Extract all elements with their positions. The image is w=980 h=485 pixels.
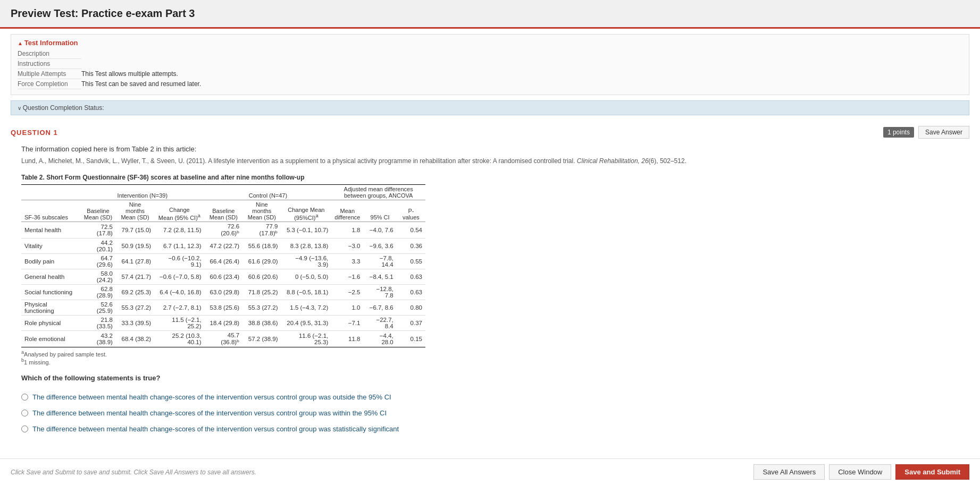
cell-6-7: −7.1 [331, 316, 363, 331]
th-mean-diff: Meandifference [331, 200, 363, 222]
table-caption: Table 2. Short Form Questionnaire (SF-36… [21, 174, 959, 181]
th-intervention: Intervention (N=39) [80, 185, 205, 200]
cell-3-8: −8.4, 5.1 [363, 269, 396, 285]
cell-0-8: −4.0, 7.6 [363, 222, 396, 239]
table-row: Social functioning62.8 (28.9)69.2 (25.3)… [21, 285, 425, 300]
cell-2-9: 0.55 [397, 254, 425, 269]
cell-7-4: 45.7 (36.8)ᵇ [205, 331, 243, 347]
main-content: Test Information Description Instruction… [0, 29, 980, 485]
cell-0-5: 77.9 (17.8)ᵇ [242, 222, 281, 239]
test-info-toggle[interactable]: Test Information [18, 39, 962, 47]
option-3-label: The difference between mental health cha… [32, 424, 399, 434]
option-3-radio[interactable] [21, 426, 28, 432]
cell-1-1: 44.2 (20.1) [80, 239, 116, 254]
cell-4-3: 6.4 (−4.0, 16.8) [154, 285, 204, 300]
cell-7-2: 68.4 (38.2) [116, 331, 154, 347]
cell-4-9: 0.63 [397, 285, 425, 300]
cell-4-4: 63.0 (29.8) [205, 285, 243, 300]
cell-0-6: 5.3 (−0.1, 10.7) [281, 222, 331, 239]
table-note-2: b1 missing. [21, 358, 959, 365]
force-completion-row: Force Completion This Test can be saved … [18, 80, 962, 89]
data-table-wrapper: Table 2. Short Form Questionnaire (SF-36… [21, 174, 959, 365]
table-row: General health58.0 (24.2)57.4 (21.7)−0.6… [21, 269, 425, 285]
cell-2-0: Bodily pain [21, 254, 80, 269]
cell-5-5: 55.3 (27.2) [242, 300, 281, 316]
save-all-answers-button[interactable]: Save All Answers [753, 464, 825, 480]
th-c-baseline: BaselineMean (SD) [205, 200, 243, 222]
option-2-radio[interactable] [21, 410, 28, 416]
cell-3-7: −1.6 [331, 269, 363, 285]
cell-0-3: 7.2 (2.8, 11.5) [154, 222, 204, 239]
cell-2-1: 64.7 (29.6) [80, 254, 116, 269]
cell-1-6: 8.3 (2.8, 13.8) [281, 239, 331, 254]
cell-6-8: −22.7, 8.4 [363, 316, 396, 331]
test-info-panel: Test Information Description Instruction… [11, 34, 969, 95]
table-notes: aAnalysed by paired sample test. b1 miss… [21, 350, 959, 365]
force-completion-value: This Test can be saved and resumed later… [81, 80, 201, 89]
cell-3-1: 58.0 (24.2) [80, 269, 116, 285]
cell-7-6: 11.6 (−2.1, 25.3) [281, 331, 331, 347]
sf36-table: Intervention (N=39) Control (N=47) Adjus… [21, 184, 425, 347]
th-c-change: Change Mean(95%CI)a [281, 200, 331, 222]
cell-5-1: 52.6 (25.9) [80, 300, 116, 316]
cell-0-1: 72.5 (17.8) [80, 222, 116, 239]
th-sf36: SF-36 subscales [21, 200, 80, 222]
cell-1-4: 47.2 (22.7) [205, 239, 243, 254]
points-badge: 1 points [883, 127, 914, 138]
footer-note: Click Save and Submit to save and submit… [11, 469, 256, 476]
cell-3-2: 57.4 (21.7) [116, 269, 154, 285]
cell-3-0: General health [21, 269, 80, 285]
save-answer-button[interactable]: Save Answer [918, 126, 969, 139]
option-1-label: The difference between mental health cha… [32, 393, 391, 402]
cell-4-2: 69.2 (25.3) [116, 285, 154, 300]
cell-3-9: 0.63 [397, 269, 425, 285]
cell-5-2: 55.3 (27.2) [116, 300, 154, 316]
cell-4-5: 71.8 (25.2) [242, 285, 281, 300]
multiple-attempts-label: Multiple Attempts [18, 70, 81, 79]
close-window-button[interactable]: Close Window [829, 464, 891, 480]
cell-1-9: 0.36 [397, 239, 425, 254]
option-2[interactable]: The difference between mental health cha… [11, 405, 969, 421]
option-1-radio[interactable] [21, 394, 28, 401]
cell-1-2: 50.9 (19.5) [116, 239, 154, 254]
cell-6-3: 11.5 (−2.1, 25.2) [154, 316, 204, 331]
footer-buttons: Save All Answers Close Window Save and S… [753, 464, 969, 480]
answer-options: The difference between mental health cha… [11, 389, 969, 438]
cell-6-6: 20.4 (9.5, 31.3) [281, 316, 331, 331]
table-note-1: aAnalysed by paired sample test. [21, 350, 959, 358]
th-i-baseline: BaselineMean (SD) [80, 200, 116, 222]
cell-3-6: 0 (−5.0, 5.0) [281, 269, 331, 285]
cell-4-7: −2.5 [331, 285, 363, 300]
cell-5-7: 1.0 [331, 300, 363, 316]
cell-5-3: 2.7 (−2.7, 8.1) [154, 300, 204, 316]
description-row: Description [18, 50, 962, 59]
cell-7-3: 25.2 (10.3, 40.1) [154, 331, 204, 347]
th-ci: 95% CI [363, 200, 396, 222]
completion-status-bar[interactable]: Question Completion Status: [11, 100, 969, 115]
cell-6-9: 0.37 [397, 316, 425, 331]
cell-0-7: 1.8 [331, 222, 363, 239]
cell-2-4: 66.4 (26.4) [205, 254, 243, 269]
question-intro-text: The information copied here is from Tabl… [11, 145, 969, 153]
table-row: Role physical21.8 (33.5)33.3 (39.5)11.5 … [21, 316, 425, 331]
description-label: Description [18, 50, 81, 59]
cell-6-0: Role physical [21, 316, 80, 331]
cell-7-7: 11.8 [331, 331, 363, 347]
cell-7-1: 43.2 (38.9) [80, 331, 116, 347]
option-1[interactable]: The difference between mental health cha… [11, 389, 969, 405]
cell-7-5: 57.2 (38.9) [242, 331, 281, 347]
th-adjusted: Adjusted mean differencesbetween groups,… [331, 185, 425, 200]
option-3[interactable]: The difference between mental health cha… [11, 421, 969, 437]
cell-3-3: −0.6 (−7.0, 5.8) [154, 269, 204, 285]
multiple-attempts-value: This Test allows multiple attempts. [81, 70, 178, 79]
force-completion-label: Force Completion [18, 80, 81, 89]
page-header: Preview Test: Practice e-exam Part 3 [0, 0, 980, 29]
cell-1-3: 6.7 (1.1, 12.3) [154, 239, 204, 254]
cell-0-9: 0.54 [397, 222, 425, 239]
cell-6-4: 18.4 (29.8) [205, 316, 243, 331]
instructions-label: Instructions [18, 60, 81, 69]
cell-2-3: −0.6 (−10.2, 9.1) [154, 254, 204, 269]
save-submit-button[interactable]: Save and Submit [895, 464, 969, 480]
cell-3-4: 60.6 (23.4) [205, 269, 243, 285]
cell-2-2: 64.1 (27.8) [116, 254, 154, 269]
